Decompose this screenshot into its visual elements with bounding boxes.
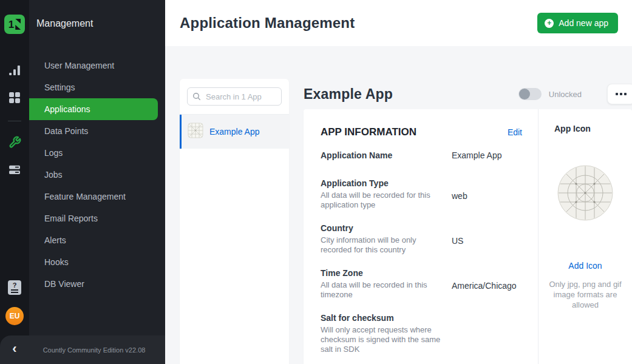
management-menu: Management User Management Settings Appl… xyxy=(29,0,165,364)
data-manager-icon[interactable] xyxy=(8,164,21,178)
main-area: Application Management + Add new app xyxy=(165,0,632,364)
info-description: All data will be recorded for this appli… xyxy=(321,190,442,210)
dashboards-grid-icon[interactable] xyxy=(8,92,21,106)
info-value: US xyxy=(452,236,463,255)
info-label: Country xyxy=(321,223,442,233)
user-avatar[interactable]: EU xyxy=(5,307,24,325)
info-description: All data will be recorded in this timezo… xyxy=(321,280,442,300)
info-description: Will only accept requests where checksum… xyxy=(321,325,442,354)
app-title: Example App xyxy=(304,86,393,103)
section-title: APP INFORMATION xyxy=(321,126,416,138)
icon-rail: 1 ? xyxy=(0,0,29,364)
info-value: web xyxy=(452,191,467,210)
sidebar-item-feature-management[interactable]: Feature Management xyxy=(29,186,165,207)
app-list-item-label: Example App xyxy=(209,127,260,136)
application-management-screen: 1 ? xyxy=(0,0,632,364)
app-icon-panel: App Icon xyxy=(538,109,632,364)
app-information-card: APP INFORMATION Edit Application Name Ex… xyxy=(304,109,632,364)
help-icon[interactable]: ? xyxy=(8,280,21,295)
analytics-icon[interactable] xyxy=(8,64,21,79)
lock-state-label: Unlocked xyxy=(549,90,582,99)
app-list-panel: Example App xyxy=(180,79,289,364)
info-label: Application Name xyxy=(321,150,442,160)
version-label: Countly Community Edition v22.08 xyxy=(29,346,165,354)
plus-icon: + xyxy=(545,19,554,28)
page-title: Application Management xyxy=(180,15,355,32)
sidebar-item-email-reports[interactable]: Email Reports xyxy=(29,207,165,229)
app-list-item-example-app[interactable]: Example App xyxy=(180,115,289,149)
info-label: Application Type xyxy=(321,178,442,188)
sidebar-item-user-management[interactable]: User Management xyxy=(29,55,165,76)
rail-divider xyxy=(8,121,21,121)
app-icon-title: App Icon xyxy=(554,124,591,133)
countly-logo-icon[interactable]: 1 xyxy=(4,15,25,34)
search-input[interactable] xyxy=(187,87,282,106)
info-label: Time Zone xyxy=(321,268,442,278)
lock-toggle[interactable] xyxy=(518,88,542,100)
sidebar-item-jobs[interactable]: Jobs xyxy=(29,164,165,186)
add-new-app-button[interactable]: + Add new app xyxy=(537,13,618,33)
info-row-application-name: Application Name Example App xyxy=(321,150,522,160)
app-search xyxy=(180,79,289,115)
app-detail-header: Example App Unlocked xyxy=(304,79,632,109)
info-row-application-type: Application Type All data will be record… xyxy=(321,178,522,210)
sidebar-item-logs[interactable]: Logs xyxy=(29,142,165,164)
sidebar-footer: ‹ Countly Community Edition v22.08 xyxy=(0,335,165,364)
toggle-knob xyxy=(519,89,530,99)
search-icon xyxy=(192,92,201,103)
add-icon-link[interactable]: Add Icon xyxy=(568,261,602,271)
app-thumbnail-icon xyxy=(188,123,203,141)
page-header: Application Management + Add new app xyxy=(165,0,632,46)
sidebar-item-alerts[interactable]: Alerts xyxy=(29,229,165,251)
sidebar-item-settings[interactable]: Settings xyxy=(29,76,165,98)
ellipsis-icon xyxy=(616,93,627,95)
info-row-country: Country City information will be only re… xyxy=(321,223,522,255)
info-value: Example App xyxy=(452,150,502,160)
info-label: Salt for checksum xyxy=(321,313,442,323)
menu-title: Management xyxy=(36,18,165,29)
avatar-initials: EU xyxy=(10,312,20,320)
icon-format-hint: Only jpg, png and gif image formats are … xyxy=(547,279,624,310)
collapse-sidebar-icon[interactable]: ‹ xyxy=(0,349,29,351)
app-detail-panel: Example App Unlocked APP INFORMATION Edi… xyxy=(304,79,632,364)
sidebar-item-hooks[interactable]: Hooks xyxy=(29,251,165,273)
sidebar: 1 ? xyxy=(0,0,165,364)
info-value: America/Chicago xyxy=(452,281,517,300)
more-options-button[interactable] xyxy=(607,84,632,104)
sidebar-item-db-viewer[interactable]: DB Viewer xyxy=(29,273,165,295)
info-row-salt-for-checksum: Salt for checksum Will only accept reque… xyxy=(321,313,522,354)
logo-glyph: 1 xyxy=(8,19,14,30)
management-wrench-icon[interactable] xyxy=(8,136,21,151)
app-information-section: APP INFORMATION Edit Application Name Ex… xyxy=(304,109,538,364)
info-row-time-zone: Time Zone All data will be recorded in t… xyxy=(321,268,522,300)
sidebar-item-applications[interactable]: Applications xyxy=(29,98,158,120)
app-icon-placeholder xyxy=(557,165,613,223)
logo-tiles xyxy=(15,19,21,30)
info-description: City information will be only recorded f… xyxy=(321,235,442,255)
edit-link[interactable]: Edit xyxy=(508,127,522,137)
sidebar-item-data-points[interactable]: Data Points xyxy=(29,120,165,142)
content-area: Example App Example App Unlocked xyxy=(165,46,632,364)
